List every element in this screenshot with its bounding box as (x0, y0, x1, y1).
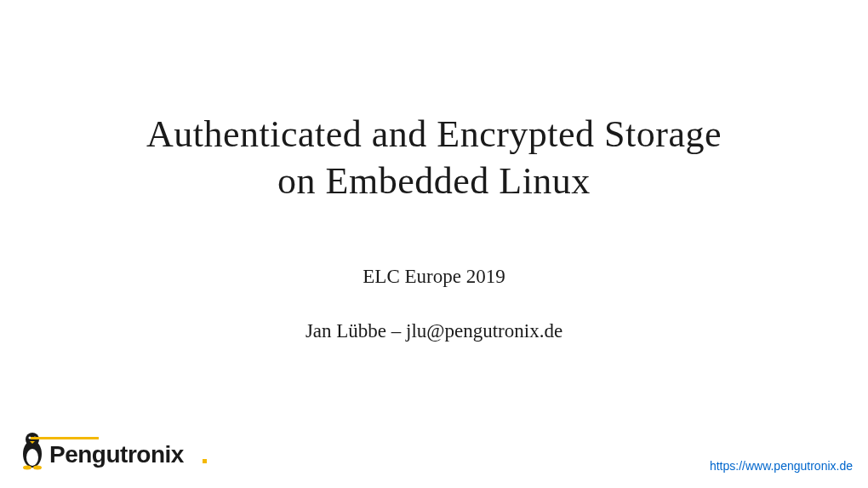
title-line-2: on Embedded Linux (277, 160, 591, 202)
pengutronix-logo: Pengutronix (19, 427, 214, 471)
title-line-1: Authenticated and Encrypted Storage (146, 113, 722, 155)
svg-point-5 (23, 466, 31, 470)
footer-link[interactable]: https://www.pengutronix.de (710, 459, 853, 473)
svg-point-6 (33, 466, 42, 470)
logo-wordmark: Pengutronix (49, 441, 185, 468)
slide-title: Authenticated and Encrypted Storage on E… (0, 111, 868, 204)
svg-rect-7 (31, 437, 99, 439)
svg-rect-8 (203, 459, 207, 463)
slide-author: Jan Lübbe – jlu@pengutronix.de (0, 320, 868, 342)
svg-point-1 (26, 449, 38, 466)
slide-subtitle: ELC Europe 2019 (0, 266, 868, 288)
